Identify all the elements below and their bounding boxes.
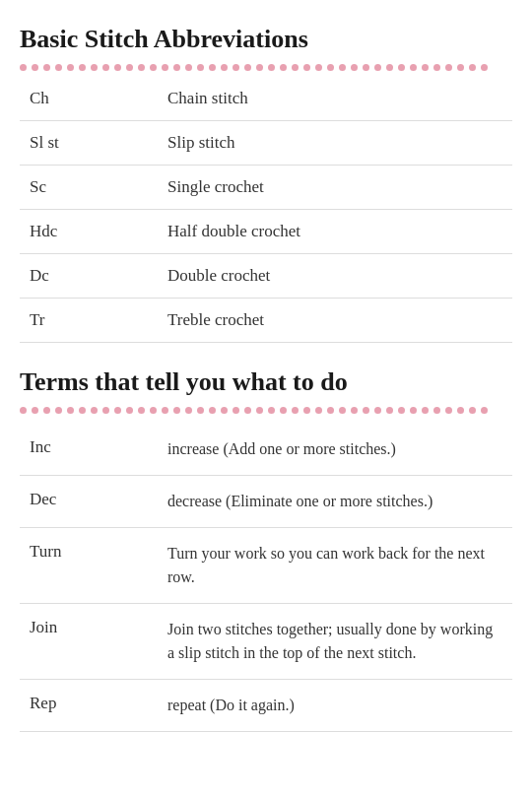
term-desc: Join two stitches together; usually done…: [158, 604, 512, 680]
stitch-desc: Slip stitch: [158, 121, 512, 166]
term-desc: decrease (Eliminate one or more stitches…: [158, 476, 512, 528]
table-row: Turn Turn your work so you can work back…: [20, 528, 512, 604]
table-row: Dc Double crochet: [20, 254, 512, 299]
term-abbr: Dec: [20, 476, 158, 528]
term-desc: increase (Add one or more stitches.): [158, 424, 512, 476]
table-row: Inc increase (Add one or more stitches.): [20, 424, 512, 476]
table-row: Ch Chain stitch: [20, 77, 512, 121]
stitch-desc: Chain stitch: [158, 77, 512, 121]
term-abbr: Inc: [20, 424, 158, 476]
stitch-abbr: Tr: [20, 299, 158, 343]
stitch-abbr: Hdc: [20, 210, 158, 254]
section2-title: Terms that tell you what to do: [20, 366, 512, 397]
term-abbr: Rep: [20, 680, 158, 732]
term-abbr: Join: [20, 604, 158, 680]
stitch-abbr: Sc: [20, 166, 158, 210]
section2-divider: [20, 407, 512, 414]
stitch-desc: Treble crochet: [158, 299, 512, 343]
stitch-table: Ch Chain stitch Sl st Slip stitch Sc Sin…: [20, 77, 512, 343]
stitch-abbr: Ch: [20, 77, 158, 121]
stitch-abbr: Dc: [20, 254, 158, 299]
table-row: Rep repeat (Do it again.): [20, 680, 512, 732]
term-desc: Turn your work so you can work back for …: [158, 528, 512, 604]
stitch-abbr: Sl st: [20, 121, 158, 166]
stitch-desc: Half double crochet: [158, 210, 512, 254]
stitch-desc: Double crochet: [158, 254, 512, 299]
table-row: Dec decrease (Eliminate one or more stit…: [20, 476, 512, 528]
terms-table: Inc increase (Add one or more stitches.)…: [20, 424, 512, 732]
table-row: Sc Single crochet: [20, 166, 512, 210]
table-row: Tr Treble crochet: [20, 299, 512, 343]
section1-divider: [20, 64, 512, 71]
page: Basic Stitch Abbreviations Ch Chain stit…: [0, 0, 532, 756]
table-row: Hdc Half double crochet: [20, 210, 512, 254]
table-row: Join Join two stitches together; usually…: [20, 604, 512, 680]
section2-header: Terms that tell you what to do: [20, 366, 512, 414]
term-abbr: Turn: [20, 528, 158, 604]
section1-title: Basic Stitch Abbreviations: [20, 24, 512, 54]
term-desc: repeat (Do it again.): [158, 680, 512, 732]
stitch-desc: Single crochet: [158, 166, 512, 210]
table-row: Sl st Slip stitch: [20, 121, 512, 166]
